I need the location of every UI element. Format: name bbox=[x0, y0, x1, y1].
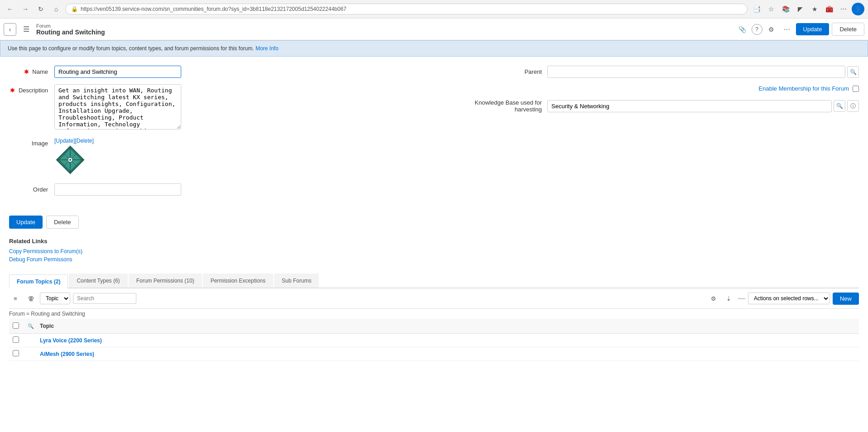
row-checkbox-col-2 bbox=[13, 350, 26, 358]
header-actions: 📎 ? ⚙ ⋯ Update Delete bbox=[736, 23, 865, 36]
forum-name: Routing and Switching bbox=[36, 29, 736, 36]
header-checkbox-col bbox=[13, 322, 26, 330]
more-options-button[interactable]: ⋯ bbox=[781, 23, 793, 36]
gear-icon-button[interactable]: ⚙ bbox=[707, 292, 720, 305]
more-button[interactable]: ⋯ bbox=[837, 3, 850, 15]
description-control: Get an insight into WAN, Routing and Swi… bbox=[54, 84, 181, 131]
tab-content-types[interactable]: Content Types (6) bbox=[69, 274, 127, 288]
topic-link-2[interactable]: AiMesh (2900 Series) bbox=[40, 351, 94, 357]
favorites-button[interactable]: ★ bbox=[808, 3, 821, 15]
search-input[interactable] bbox=[73, 293, 136, 304]
copy-permissions-link[interactable]: Copy Permissions to Forum(s) bbox=[9, 248, 859, 254]
url-text: https://ven05139.service-now.com/sn_comm… bbox=[81, 6, 347, 12]
info-text: Use this page to configure or modify for… bbox=[8, 45, 254, 52]
delete-bottom-button[interactable]: Delete bbox=[46, 216, 79, 229]
update-button[interactable]: Update bbox=[796, 23, 829, 35]
description-textarea[interactable]: Get an insight into WAN, Routing and Swi… bbox=[54, 84, 181, 130]
row-checkbox-1[interactable] bbox=[13, 336, 19, 343]
description-label: ✱ Description bbox=[9, 84, 54, 94]
tab-permission-exceptions[interactable]: Permission Exceptions bbox=[203, 274, 273, 288]
profile-button[interactable]: 👤 bbox=[852, 3, 864, 15]
address-bar[interactable]: 🔒 https://ven05139.service-now.com/sn_co… bbox=[65, 4, 747, 14]
reader-view-button[interactable]: 📑 bbox=[750, 3, 763, 15]
topic-cell-1: Lyra Voice (2200 Series) bbox=[40, 337, 855, 344]
membership-link[interactable]: Enable Membership for this Forum bbox=[759, 85, 849, 92]
required-star: ✱ bbox=[24, 68, 29, 75]
collections-button[interactable]: 📚 bbox=[779, 3, 792, 15]
related-links-title: Related Links bbox=[9, 238, 859, 245]
forward-button[interactable]: → bbox=[19, 3, 32, 15]
list-view-button[interactable]: ≡ bbox=[9, 292, 22, 305]
delete-button[interactable]: Delete bbox=[832, 23, 864, 36]
tab-sub-forums[interactable]: Sub Forums bbox=[274, 274, 319, 288]
home-button[interactable]: ⌂ bbox=[50, 3, 63, 15]
actions-select[interactable]: Actions on selected rows... bbox=[748, 293, 830, 304]
image-row: Image [Update][Delete] bbox=[9, 137, 420, 177]
more-info-link[interactable]: More Info bbox=[256, 45, 279, 52]
browser-chrome: ← → ↻ ⌂ 🔒 https://ven05139.service-now.c… bbox=[0, 0, 868, 19]
new-button[interactable]: New bbox=[833, 293, 859, 305]
header-search-col: 🔍 bbox=[26, 322, 40, 331]
header-title: Forum Routing and Switching bbox=[36, 23, 736, 36]
topic-cell-2: AiMesh (2900 Series) bbox=[40, 351, 855, 357]
help-button[interactable]: ? bbox=[752, 24, 762, 35]
settings-button[interactable]: ⚙ bbox=[765, 23, 778, 36]
bottom-actions: Update Delete bbox=[0, 211, 868, 233]
filter-button[interactable]: ⚢ bbox=[24, 292, 37, 305]
filter-type-select[interactable]: Topic bbox=[40, 293, 70, 304]
table-row: Lyra Voice (2200 Series) bbox=[9, 334, 859, 347]
lock-icon: 🔒 bbox=[71, 6, 78, 12]
image-update-link[interactable]: [Update] bbox=[54, 138, 75, 144]
tabs-bar: Forum Topics (2) Content Types (6) Forum… bbox=[9, 274, 859, 288]
menu-button[interactable]: ☰ bbox=[20, 23, 33, 36]
download-button[interactable]: ⇣ bbox=[723, 292, 735, 305]
forum-image bbox=[54, 144, 86, 176]
browser-actions: 📑 ☆ 📚 ◤ ★ 🧰 ⋯ 👤 bbox=[750, 3, 864, 15]
order-row: Order bbox=[9, 183, 420, 196]
topic-link-1[interactable]: Lyra Voice (2200 Series) bbox=[40, 337, 102, 344]
table-toolbar: ≡ ⚢ Topic ⚙ ⇣ — Actions on selected rows… bbox=[9, 288, 859, 309]
knowledge-base-search-button[interactable]: 🔍 bbox=[834, 100, 845, 112]
parent-input[interactable] bbox=[547, 66, 845, 78]
tab-forum-permissions[interactable]: Forum Permissions (10) bbox=[129, 274, 202, 288]
form-section-right: Parent 🔍 Enable Membership for this Foru… bbox=[420, 66, 859, 202]
row-checkbox-2[interactable] bbox=[13, 350, 19, 356]
knowledge-base-label: Knowledge Base used for harvesting bbox=[448, 99, 547, 113]
description-row: ✱ Description Get an insight into WAN, R… bbox=[9, 84, 420, 131]
required-star-desc: ✱ bbox=[10, 87, 15, 94]
membership-checkbox[interactable] bbox=[853, 86, 859, 92]
name-label: ✱ Name bbox=[9, 66, 54, 75]
knowledge-base-control: 🔍 ⓘ bbox=[547, 100, 859, 112]
parent-row: Parent 🔍 bbox=[448, 66, 859, 78]
refresh-button[interactable]: ↻ bbox=[34, 3, 47, 15]
tab-button[interactable]: ◤ bbox=[794, 3, 806, 15]
toolbar-right: ⚙ ⇣ — Actions on selected rows... New bbox=[707, 292, 859, 305]
form-grid: ✱ Name ✱ Description Get an insight into… bbox=[9, 66, 859, 202]
app-header: ‹ ☰ Forum Routing and Switching 📎 ? ⚙ ⋯ … bbox=[0, 19, 868, 40]
paperclip-button[interactable]: 📎 bbox=[736, 23, 749, 36]
forum-label: Forum bbox=[36, 23, 736, 29]
image-delete-link[interactable]: [Delete] bbox=[75, 138, 93, 144]
main-form: ✱ Name ✱ Description Get an insight into… bbox=[0, 57, 868, 211]
parent-label: Parent bbox=[448, 68, 547, 75]
parent-search-button[interactable]: 🔍 bbox=[847, 66, 859, 78]
knowledge-base-info-button[interactable]: ⓘ bbox=[847, 100, 859, 112]
extensions-button[interactable]: 🧰 bbox=[823, 3, 835, 15]
browser-toolbar: ← → ↻ ⌂ 🔒 https://ven05139.service-now.c… bbox=[0, 0, 868, 18]
table-area: ≡ ⚢ Topic ⚙ ⇣ — Actions on selected rows… bbox=[0, 288, 868, 361]
star-button[interactable]: ☆ bbox=[765, 3, 777, 15]
name-input[interactable] bbox=[54, 66, 181, 78]
knowledge-base-input[interactable] bbox=[547, 100, 832, 112]
back-button[interactable]: ← bbox=[4, 3, 16, 15]
select-all-checkbox[interactable] bbox=[13, 322, 19, 329]
row-checkbox-col bbox=[13, 336, 26, 344]
tab-forum-topics[interactable]: Forum Topics (2) bbox=[9, 274, 68, 288]
order-input[interactable] bbox=[54, 183, 181, 196]
membership-row: Enable Membership for this Forum bbox=[448, 85, 859, 92]
filter-label: Forum = Routing and Switching bbox=[9, 309, 859, 319]
debug-permissions-link[interactable]: Debug Forum Permissons bbox=[9, 256, 859, 263]
table-search-button[interactable]: 🔍 bbox=[26, 322, 35, 331]
back-nav-button[interactable]: ‹ bbox=[4, 23, 16, 36]
update-bottom-button[interactable]: Update bbox=[9, 216, 43, 229]
name-row: ✱ Name bbox=[9, 66, 420, 78]
